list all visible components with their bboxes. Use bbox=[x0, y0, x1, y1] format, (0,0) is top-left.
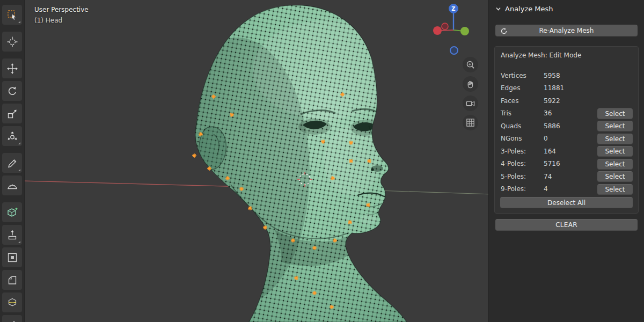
stat-label: 5-Poles: bbox=[501, 173, 544, 180]
stat-label: 9-Poles: bbox=[501, 185, 544, 193]
camera-icon bbox=[465, 98, 475, 108]
gizmo-axis-z-neg[interactable] bbox=[450, 47, 458, 54]
active-object-label: (1) Head bbox=[34, 15, 89, 26]
select-quads-button[interactable]: Select bbox=[597, 121, 633, 131]
panel-header[interactable]: Analyze Mesh bbox=[495, 5, 553, 13]
ear-outline bbox=[199, 127, 226, 169]
stat-label: Vertices bbox=[501, 72, 544, 79]
stat-row-4-poles: 4-Poles: 5716 Select bbox=[495, 158, 638, 171]
select-5-poles-button[interactable]: Select bbox=[597, 171, 633, 182]
stat-row-edges: Edges 11881 bbox=[495, 82, 638, 95]
gizmo-axis-x-neg[interactable] bbox=[442, 23, 448, 30]
3d-viewport[interactable]: User Perspective (1) Head Z bbox=[25, 0, 488, 322]
stat-row-tris: Tris 36 Select bbox=[495, 107, 638, 120]
rotate-tool[interactable] bbox=[2, 81, 22, 101]
stat-value: 36 bbox=[544, 109, 552, 117]
reanalyze-label: Re-Analyze Mesh bbox=[539, 27, 594, 34]
annotate-tool[interactable] bbox=[2, 153, 22, 173]
stat-row-vertices: Vertices 5958 bbox=[495, 69, 638, 82]
stat-value: 5958 bbox=[544, 72, 560, 79]
transform-icon bbox=[6, 130, 18, 142]
gizmo-axis-x[interactable] bbox=[433, 26, 442, 35]
stat-label: NGons bbox=[501, 135, 544, 142]
move-tool[interactable] bbox=[2, 58, 22, 78]
bevel-tool[interactable] bbox=[2, 270, 22, 290]
view-perspective-label: User Perspective bbox=[34, 4, 89, 15]
navigation-gizmo[interactable]: Z bbox=[431, 3, 476, 57]
stat-row-5-poles: 5-Poles: 74 Select bbox=[495, 170, 638, 183]
move-icon bbox=[6, 63, 18, 75]
analyze-results-box: Analyze Mesh: Edit Mode Vertices 5958 Ed… bbox=[494, 46, 639, 214]
stat-value: 4 bbox=[544, 185, 548, 193]
head-mesh bbox=[165, 5, 407, 322]
stat-value: 5922 bbox=[544, 97, 560, 105]
grid-icon bbox=[465, 118, 475, 128]
transform-tool[interactable] bbox=[2, 126, 22, 146]
extrude-region-icon bbox=[6, 229, 18, 241]
3d-cursor-tool[interactable] bbox=[2, 32, 22, 52]
viewport-header: User Perspective (1) Head bbox=[34, 4, 89, 26]
select-3-poles-button[interactable]: Select bbox=[597, 146, 633, 157]
camera-view-button[interactable] bbox=[463, 96, 478, 111]
knife-tool[interactable] bbox=[2, 315, 22, 322]
loop-cut-tool[interactable] bbox=[2, 292, 22, 312]
select-4-poles-button[interactable]: Select bbox=[597, 159, 633, 170]
select-ngons-button[interactable]: Select bbox=[597, 134, 633, 144]
pan-button[interactable] bbox=[463, 76, 478, 92]
stat-label: 4-Poles: bbox=[501, 160, 544, 167]
stat-row-faces: Faces 5922 bbox=[495, 94, 638, 107]
stat-value: 0 bbox=[544, 135, 548, 142]
stat-label: Quads bbox=[501, 122, 544, 130]
mesh-stats-table: Vertices 5958 Edges 11881 Faces 5922 Tri… bbox=[495, 69, 638, 195]
viewport-scene bbox=[25, 0, 488, 322]
bevel-icon bbox=[6, 274, 18, 286]
stat-label: Edges bbox=[501, 84, 544, 92]
select-box-icon bbox=[6, 9, 18, 21]
inset-faces-tool[interactable] bbox=[2, 247, 22, 267]
add-cube-icon bbox=[6, 207, 18, 218]
annotate-pencil-icon bbox=[6, 157, 18, 169]
inset-faces-icon bbox=[6, 252, 18, 264]
stat-row-9-poles: 9-Poles: 4 Select bbox=[495, 183, 638, 196]
deselect-all-button[interactable]: Deselect All bbox=[500, 197, 633, 208]
stat-label: Faces bbox=[501, 97, 544, 105]
zoom-icon bbox=[465, 60, 475, 70]
select-box-tool[interactable] bbox=[2, 5, 22, 25]
panel-title: Analyze Mesh bbox=[505, 5, 553, 13]
scale-icon bbox=[6, 108, 18, 120]
stat-label: Tris bbox=[501, 109, 544, 117]
stat-row-quads: Quads 5886 Select bbox=[495, 120, 638, 133]
hand-icon bbox=[465, 79, 475, 89]
blender-window: User Perspective (1) Head Z bbox=[0, 0, 644, 322]
stat-value: 5886 bbox=[544, 122, 560, 130]
analyze-mesh-panel: Analyze Mesh Re-Analyze Mesh Analyze Mes… bbox=[488, 0, 644, 322]
refresh-icon bbox=[500, 27, 508, 35]
rotate-icon bbox=[6, 85, 18, 97]
stat-value: 5716 bbox=[544, 160, 560, 167]
knife-icon bbox=[6, 319, 18, 322]
gizmo-z-label: Z bbox=[451, 6, 455, 12]
reanalyze-button[interactable]: Re-Analyze Mesh bbox=[495, 25, 638, 36]
3d-cursor-icon bbox=[6, 36, 18, 48]
stat-value: 74 bbox=[544, 173, 552, 180]
scale-tool[interactable] bbox=[2, 104, 22, 123]
zoom-button[interactable] bbox=[463, 57, 478, 72]
stat-row-3-poles: 3-Poles: 164 Select bbox=[495, 145, 638, 158]
stat-value: 11881 bbox=[544, 84, 564, 92]
select-9-poles-button[interactable]: Select bbox=[597, 184, 633, 195]
measure-icon bbox=[6, 180, 18, 192]
measure-tool[interactable] bbox=[2, 175, 22, 195]
stat-value: 164 bbox=[544, 148, 556, 155]
extrude-region-tool[interactable] bbox=[2, 225, 22, 245]
grid-toggle-button[interactable] bbox=[463, 115, 478, 130]
results-box-title: Analyze Mesh: Edit Mode bbox=[501, 52, 581, 59]
tool-shelf bbox=[0, 0, 25, 322]
gizmo-axis-y[interactable] bbox=[460, 27, 469, 35]
stat-label: 3-Poles: bbox=[501, 148, 544, 155]
add-cube-tool[interactable] bbox=[2, 202, 22, 222]
viewport-nav-column bbox=[463, 57, 478, 130]
select-tris-button[interactable]: Select bbox=[597, 108, 633, 119]
loop-cut-icon bbox=[6, 297, 18, 309]
clear-button[interactable]: CLEAR bbox=[495, 219, 638, 231]
chevron-down-icon bbox=[495, 6, 501, 12]
